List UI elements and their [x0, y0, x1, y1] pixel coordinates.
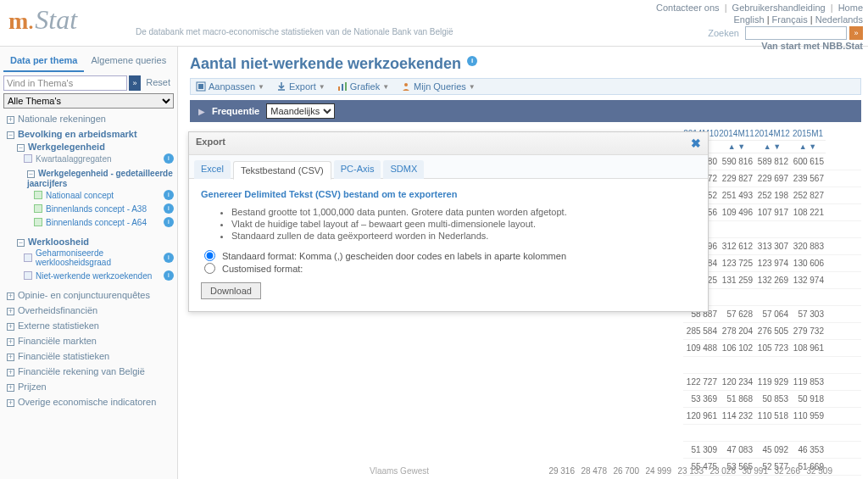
arrow-icon: ▶ [198, 107, 205, 116]
find-button[interactable]: » [129, 75, 141, 91]
tree-leaf[interactable]: Geharmoniseerde werkloosheidsgraad [36, 248, 164, 267]
column-header[interactable]: 2015M1 [790, 127, 826, 141]
table-cell: 12 849 [754, 476, 790, 479]
frequency-select[interactable]: Maandelijks [266, 103, 335, 119]
table-cell: 119 853 [790, 374, 826, 390]
collapse-icon[interactable]: − [27, 170, 35, 178]
info-icon[interactable]: i [164, 153, 174, 164]
table-cell: 123 974 [754, 255, 790, 271]
collapse-icon[interactable]: − [7, 131, 14, 139]
expand-icon[interactable]: + [7, 384, 14, 392]
lang-fr[interactable]: Français [772, 14, 808, 25]
tree-node[interactable]: Externe statistieken [18, 320, 99, 331]
home-link[interactable]: Home [838, 3, 863, 13]
table-cell: 50 918 [790, 391, 826, 407]
tree-leaf[interactable]: Niet-werkende werkzoekenden [36, 271, 164, 281]
table-cell: 51 868 [719, 391, 754, 407]
download-button[interactable]: Download [201, 282, 261, 299]
table-cell: 57 628 [719, 306, 754, 322]
tab-data-per-thema[interactable]: Data per thema [3, 50, 84, 72]
table-cell: 229 827 [719, 170, 754, 187]
theme-select[interactable]: Alle Thema's [3, 93, 174, 109]
column-header[interactable]: 2014M12 [754, 127, 790, 141]
sort-control[interactable]: ▲ ▼ [790, 141, 826, 153]
info-icon[interactable]: i [164, 217, 174, 227]
table-cell: 110 959 [790, 408, 826, 424]
svg-rect-3 [342, 84, 343, 91]
tab-excel[interactable]: Excel [194, 160, 231, 179]
expand-icon[interactable]: + [7, 308, 14, 315]
chevron-down-icon: ▼ [319, 83, 326, 91]
find-input[interactable] [3, 75, 127, 91]
theme-tree: +Nationale rekeningen −Bevolking en arbe… [3, 111, 174, 409]
export-note: Standaard zullen de data geëxporteerd wo… [231, 230, 696, 242]
expand-icon[interactable]: + [7, 292, 14, 300]
expand-icon[interactable]: + [7, 354, 14, 361]
column-header[interactable]: 2014M11 [719, 127, 754, 141]
table-cell: 108 221 [790, 204, 826, 220]
tree-node[interactable]: Financiële markten [18, 336, 97, 346]
collapse-icon[interactable]: − [17, 144, 25, 152]
lang-switch: English | Français | Nederlands [5, 14, 863, 25]
search-input[interactable] [745, 26, 847, 40]
tree-node[interactable]: Overheidsfinanciën [18, 305, 97, 315]
tree-leaf[interactable]: Binnenlands concept - A38 [46, 204, 164, 214]
tree-node[interactable]: Werkgelegenheid - gedetailleerde jaarcij… [27, 169, 173, 188]
tree-node[interactable]: Opinie- en conjunctuurenquêtes [18, 290, 150, 300]
table-row: 53 36951 86850 85350 918 [683, 391, 861, 408]
dataset-icon [34, 218, 42, 226]
search-button[interactable]: » [849, 26, 863, 40]
tab-algemene-queries[interactable]: Algemene queries [84, 50, 173, 72]
tree-leaf[interactable]: Binnenlands concept - A64 [46, 218, 164, 227]
expand-icon[interactable]: + [7, 116, 14, 124]
tree-node[interactable]: Bevolking en arbeidsmarkt [18, 129, 137, 139]
info-icon[interactable]: i [467, 56, 477, 66]
radio-standard-format[interactable] [204, 250, 215, 261]
info-icon[interactable]: i [164, 270, 174, 281]
expand-icon[interactable]: + [7, 338, 14, 346]
lang-nl[interactable]: Nederlands [815, 14, 863, 25]
svg-rect-2 [338, 86, 340, 91]
chevron-down-icon: ▼ [382, 83, 389, 91]
chart-menu[interactable]: Grafiek ▼ [337, 81, 389, 92]
table-cell: 279 732 [790, 323, 826, 339]
adjust-menu[interactable]: Aanpassen ▼ [196, 81, 264, 92]
queries-menu[interactable]: Mijn Queries ▼ [401, 81, 476, 92]
tree-node[interactable]: Werkgelegenheid [28, 142, 105, 152]
lang-en[interactable]: English [734, 14, 765, 25]
logo[interactable]: m.Stat [8, 4, 77, 36]
tree-node[interactable]: Financiële statistieken [18, 351, 109, 361]
sort-control[interactable]: ▲ ▼ [754, 141, 790, 153]
info-icon[interactable]: i [164, 253, 174, 263]
close-icon[interactable]: ✖ [691, 136, 701, 150]
table-cell: 252 827 [790, 187, 826, 203]
tree-node[interactable]: Prijzen [18, 382, 47, 392]
tab-pcaxis[interactable]: PC-Axis [334, 160, 381, 179]
sort-control[interactable]: ▲ ▼ [719, 141, 754, 153]
contact-link[interactable]: Contacteer ons [656, 3, 720, 13]
table-row-blank: .... [683, 221, 861, 238]
tree-node[interactable]: Werkloosheid [28, 237, 89, 247]
adjust-icon [196, 81, 206, 92]
table-cell: 12 937 [790, 476, 826, 479]
table-cell: 108 961 [790, 340, 826, 356]
export-menu[interactable]: Export ▼ [276, 81, 326, 92]
tree-node[interactable]: Overige economische indicatoren [18, 397, 156, 407]
tab-sdmx[interactable]: SDMX [383, 160, 424, 179]
info-icon[interactable]: i [164, 190, 174, 200]
tree-node[interactable]: Financiële rekening van België [18, 366, 145, 376]
info-icon[interactable]: i [164, 203, 174, 214]
tree-node[interactable]: Nationale rekeningen [18, 114, 106, 124]
table-cell: 13 584 [719, 476, 754, 479]
table-cell: 123 725 [719, 255, 754, 271]
radio-custom-format[interactable] [204, 263, 215, 274]
guide-link[interactable]: Gebruikershandleiding [732, 3, 826, 13]
reset-button[interactable]: Reset [142, 75, 174, 91]
collapse-icon[interactable]: − [17, 239, 25, 247]
tree-leaf[interactable]: Nationaal concept [46, 191, 164, 200]
tree-leaf[interactable]: Kwartaalaggregaten [36, 154, 164, 164]
expand-icon[interactable]: + [7, 369, 14, 376]
expand-icon[interactable]: + [7, 399, 14, 407]
tab-csv[interactable]: Tekstbestand (CSV) [233, 161, 331, 180]
expand-icon[interactable]: + [7, 323, 14, 331]
